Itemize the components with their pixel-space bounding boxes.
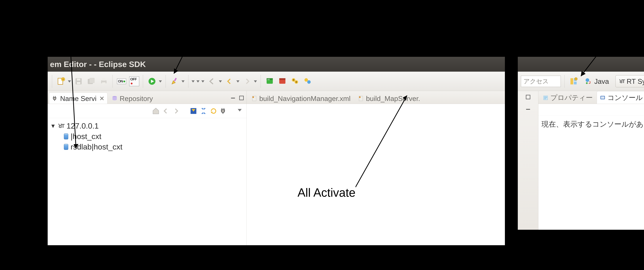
svg-marker-13 xyxy=(159,80,162,82)
forward-button[interactable] xyxy=(242,76,252,86)
tab-label: コンソール xyxy=(608,93,643,102)
svg-rect-65 xyxy=(526,95,530,99)
svg-marker-86 xyxy=(581,71,586,76)
svg-rect-72 xyxy=(601,96,604,99)
svg-rect-35 xyxy=(240,96,244,100)
refresh-button[interactable] xyxy=(210,107,218,115)
annotation-label: All Activate xyxy=(298,186,356,199)
dropdown-icon[interactable] xyxy=(219,80,222,83)
filter-button[interactable] xyxy=(190,107,197,115)
all-start-button[interactable] xyxy=(290,76,300,86)
svg-marker-20 xyxy=(236,80,240,82)
toolbar-separator xyxy=(260,75,261,87)
properties-icon xyxy=(543,95,548,101)
restore-view-button[interactable] xyxy=(524,93,532,101)
home-button[interactable] xyxy=(152,107,160,115)
views-row: Name Servi ✕ Repository xyxy=(48,91,505,245)
editor-tab-label: build_NavigationManager.xml xyxy=(259,94,350,102)
print-button[interactable] xyxy=(99,76,109,86)
add-nameserver-button[interactable] xyxy=(220,107,228,115)
close-icon[interactable]: ✕ xyxy=(99,95,104,102)
svg-marker-16 xyxy=(192,80,194,82)
svg-point-63 xyxy=(586,82,588,84)
back-button[interactable] xyxy=(224,76,234,86)
svg-rect-10 xyxy=(102,82,106,84)
console-body: 現在、表示するコンソールがありません。 xyxy=(538,115,644,230)
svg-marker-80 xyxy=(74,144,78,149)
left-screenshot: em Editor - - Eclipse SDK ON OFF xyxy=(48,57,505,245)
svg-rect-57 xyxy=(570,78,573,84)
svg-line-85 xyxy=(581,31,616,76)
off-button[interactable]: OFF xyxy=(129,76,139,86)
svg-rect-70 xyxy=(544,98,546,99)
all-exit-button[interactable] xyxy=(302,76,312,86)
svg-marker-19 xyxy=(219,80,222,82)
svg-point-29 xyxy=(293,79,294,81)
svg-line-79 xyxy=(70,32,76,149)
dropdown-icon[interactable] xyxy=(182,80,184,83)
tab-properties[interactable]: プロパティー xyxy=(540,91,596,104)
svg-rect-26 xyxy=(279,78,286,80)
tab-repository[interactable]: Repository xyxy=(108,92,156,104)
svg-text:All: All xyxy=(267,78,270,81)
main-toolbar: ON OFF All xyxy=(48,72,505,91)
dropdown-icon[interactable] xyxy=(254,80,257,83)
tab-label: プロパティー xyxy=(550,93,593,102)
file-icon xyxy=(251,95,258,102)
svg-marker-18 xyxy=(201,80,204,82)
dropdown-icon[interactable] xyxy=(196,80,200,83)
minimize-view-button[interactable] xyxy=(229,94,237,102)
toolbar-separator xyxy=(564,75,565,87)
minimize-view-button[interactable] xyxy=(524,105,532,113)
quick-access-input[interactable]: アクセス xyxy=(521,76,561,87)
repository-icon xyxy=(112,95,118,102)
quick-access-placeholder: アクセス xyxy=(524,77,549,85)
console-toolbar xyxy=(538,104,644,115)
svg-point-31 xyxy=(304,78,308,82)
right-views: プロパティー コンソール ✕ 現在、表示するコンソールがありません。 xyxy=(518,91,644,230)
svg-rect-68 xyxy=(544,96,547,97)
all-activate-button[interactable]: All xyxy=(265,76,275,86)
dropdown-icon[interactable] xyxy=(201,80,204,83)
annotation-all-activate: All Activate xyxy=(298,186,356,199)
tab-label: Repository xyxy=(120,94,153,102)
dropdown-icon[interactable] xyxy=(192,80,194,83)
right-main-pane: プロパティー コンソール ✕ 現在、表示するコンソールがありません。 xyxy=(538,91,644,230)
annotation-arrow xyxy=(165,30,204,79)
view-menu-button[interactable] xyxy=(236,106,244,114)
dropdown-icon[interactable] xyxy=(236,80,240,83)
run-button[interactable] xyxy=(147,76,157,86)
svg-point-41 xyxy=(252,96,254,98)
svg-line-83 xyxy=(356,95,407,187)
on-button[interactable]: ON xyxy=(116,76,126,86)
console-icon xyxy=(600,95,606,101)
perspective-label: RT System Editor xyxy=(626,77,644,85)
all-deactivate-button[interactable] xyxy=(277,76,287,86)
svg-text:J: J xyxy=(588,80,591,84)
svg-rect-69 xyxy=(544,98,547,98)
svg-line-81 xyxy=(174,30,196,74)
toolbar-separator xyxy=(143,75,143,87)
nav-back-button[interactable] xyxy=(207,76,217,86)
window-titlebar: em Editor - - Eclipse SDK xyxy=(48,57,505,72)
console-empty-message: 現在、表示するコンソールがありません。 xyxy=(542,120,644,128)
annotation-arrow xyxy=(46,32,95,154)
back-button[interactable] xyxy=(162,107,170,115)
svg-rect-66 xyxy=(526,109,530,110)
svg-point-32 xyxy=(307,80,311,84)
svg-marker-17 xyxy=(196,80,200,82)
toolbar-separator xyxy=(112,75,113,87)
forward-button[interactable] xyxy=(172,107,180,115)
svg-marker-39 xyxy=(238,109,242,111)
editor-tab[interactable]: build_NavigationManager.xml xyxy=(248,93,354,104)
svg-rect-34 xyxy=(231,98,235,98)
svg-marker-15 xyxy=(182,80,184,82)
maximize-view-button[interactable] xyxy=(238,94,245,102)
annotation-arrow xyxy=(573,31,625,80)
collapse-button[interactable] xyxy=(200,107,207,115)
tab-console[interactable]: コンソール ✕ xyxy=(597,91,644,104)
svg-marker-21 xyxy=(254,80,257,82)
right-screenshot: 01:35 アクセス J Java ꓤT RT System Editor RT… xyxy=(518,57,644,230)
right-tabbar: プロパティー コンソール ✕ xyxy=(538,91,644,104)
dropdown-icon[interactable] xyxy=(159,80,162,83)
